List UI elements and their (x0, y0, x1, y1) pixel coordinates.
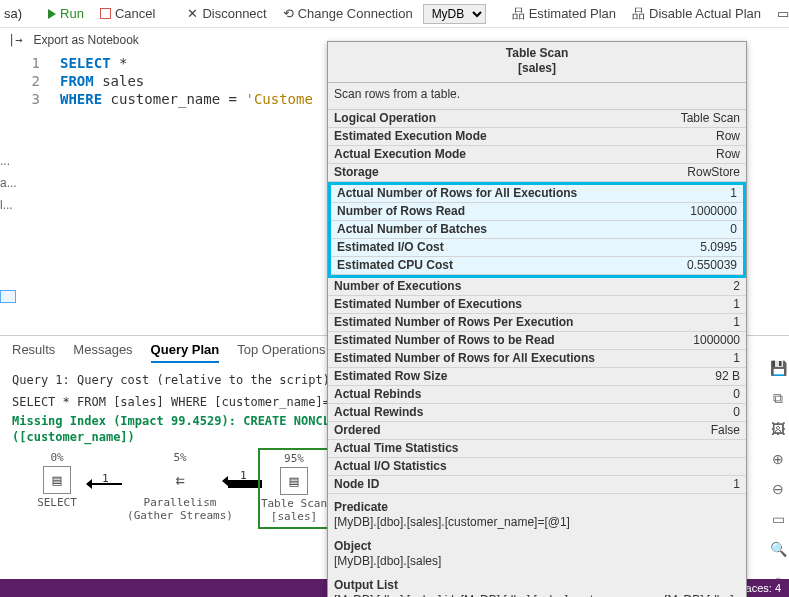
tab-results[interactable]: Results (12, 342, 55, 363)
table-scan-icon: ▤ (280, 467, 308, 495)
side-icon-rail: 💾 ⧉ 🖼 ⊕ ⊖ ▭ 🔍 ⌕ (767, 360, 789, 587)
zoom-in-icon[interactable]: ⊕ (772, 451, 784, 467)
change-connection-button[interactable]: ⟲ Change Connection (277, 4, 419, 23)
prop-row: Actual I/O Statistics (328, 458, 746, 476)
highlighted-group: Actual Number of Rows for All Executions… (328, 182, 746, 278)
object-label: Object (328, 533, 746, 554)
connection-frag: sa) (4, 6, 22, 21)
estimated-plan-button[interactable]: 品 Estimated Plan (506, 3, 622, 25)
plan-node-table-scan[interactable]: 95% ▤ Table Scan [sales] (258, 448, 330, 529)
prop-row: Number of Rows Read1000000 (331, 203, 743, 221)
prop-row: OrderedFalse (328, 422, 746, 440)
prop-row: Estimated I/O Cost5.0995 (331, 239, 743, 257)
row-count: 1 (102, 472, 109, 485)
prop-row: Estimated Row Size92 B (328, 368, 746, 386)
disconnect-button[interactable]: ✕ Disconnect (181, 4, 272, 23)
prop-row: Actual Number of Rows for All Executions… (331, 185, 743, 203)
prop-row: Estimated Number of Rows for All Executi… (328, 350, 746, 368)
image-icon[interactable]: 🖼 (771, 421, 785, 437)
tooltip-title: Table Scan [sales] (328, 42, 746, 83)
left-fragment: ... a... l... (0, 150, 17, 216)
tab-query-plan[interactable]: Query Plan (151, 342, 220, 363)
export-notebook-button[interactable]: Export as Notebook (27, 31, 144, 49)
prop-row: Actual Execution ModeRow (328, 146, 746, 164)
parallelism-icon: ⇇ (166, 466, 194, 494)
database-select[interactable]: MyDB (423, 4, 486, 24)
row-count: 1 (240, 469, 247, 482)
export-icon: |→ (8, 33, 22, 47)
output-list-label: Output List (328, 572, 746, 593)
prop-row: Estimated Number of Executions1 (328, 296, 746, 314)
zoom-out-icon[interactable]: ⊖ (772, 481, 784, 497)
fit-icon[interactable]: ▭ (772, 511, 785, 527)
prop-row: StorageRowStore (328, 164, 746, 182)
prop-row: Node ID1 (328, 476, 746, 494)
prop-row: Actual Time Statistics (328, 440, 746, 458)
plan-node-parallelism[interactable]: 5% ⇇ Parallelism (Gather Streams) (120, 451, 240, 522)
predicate-label: Predicate (328, 494, 746, 515)
save-icon[interactable]: 💾 (770, 360, 787, 376)
table-icon: ▤ (43, 466, 71, 494)
prop-row: Estimated Execution ModeRow (328, 128, 746, 146)
prop-row: Actual Number of Batches0 (331, 221, 743, 239)
prop-row: Actual Rewinds0 (328, 404, 746, 422)
prop-row: Estimated CPU Cost0.550039 (331, 257, 743, 275)
prop-row: Logical OperationTable Scan (328, 110, 746, 128)
run-button[interactable]: Run (42, 4, 90, 23)
main-toolbar: sa) Run Cancel ✕ Disconnect ⟲ Change Con… (0, 0, 789, 28)
output-list-value: [MyDB].[dbo].[sales].id, [MyDB].[dbo].[s… (328, 593, 746, 597)
tab-messages[interactable]: Messages (73, 342, 132, 363)
disable-actual-plan-button[interactable]: 品 Disable Actual Plan (626, 3, 767, 25)
tab-top-operations[interactable]: Top Operations (237, 342, 325, 363)
copy-icon[interactable]: ⧉ (773, 390, 783, 407)
enable-sqlcmd-button[interactable]: ▭ Enable SQLCMD (771, 4, 789, 23)
cancel-button[interactable]: Cancel (94, 4, 161, 23)
selection-indicator (0, 290, 16, 303)
prop-row: Actual Rebinds0 (328, 386, 746, 404)
search-icon[interactable]: 🔍 (770, 541, 787, 557)
prop-row: Number of Executions2 (328, 278, 746, 296)
node-properties-tooltip: Table Scan [sales] Scan rows from a tabl… (327, 41, 747, 597)
tooltip-description: Scan rows from a table. (328, 83, 746, 110)
prop-row: Estimated Number of Rows Per Execution1 (328, 314, 746, 332)
object-value: [MyDB].[dbo].[sales] (328, 554, 746, 572)
prop-row: Estimated Number of Rows to be Read10000… (328, 332, 746, 350)
predicate-value: [MyDB].[dbo].[sales].[customer_name]=[@1… (328, 515, 746, 533)
